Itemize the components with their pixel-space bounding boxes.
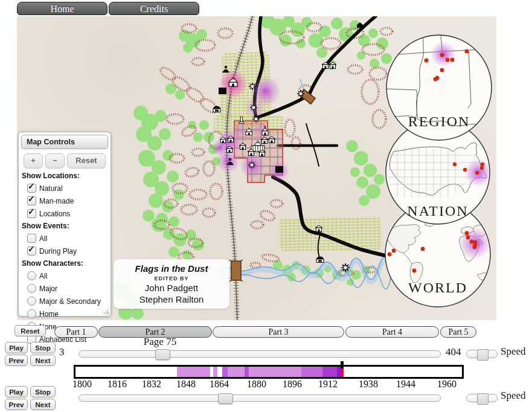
event-star-icon [297, 90, 304, 97]
dome-building-icon [316, 257, 324, 263]
radio-icon[interactable] [27, 284, 36, 293]
zoom-in-button[interactable]: + [24, 153, 43, 169]
year-tick: 1816 [107, 379, 127, 390]
radio-major[interactable]: Major [27, 284, 111, 293]
timeline-event-segment [301, 367, 322, 377]
year-tick: 1960 [437, 379, 457, 390]
zoom-out-button[interactable]: − [45, 153, 65, 169]
checkbox-label: Locations [39, 210, 70, 218]
tab-credits[interactable]: Credits [109, 2, 199, 15]
timeline-event-segment [177, 367, 210, 377]
stop-button-2[interactable]: Stop [30, 386, 56, 398]
map-title-box: Flags in the Dust EDITED BY John Padgett… [114, 259, 229, 309]
year-slider[interactable] [79, 394, 441, 402]
tab-part-1[interactable]: Part 1 [54, 326, 98, 338]
event-star-icon [249, 83, 256, 90]
radio-home[interactable]: Home [27, 309, 111, 318]
speed-label-2: Speed [501, 390, 526, 402]
tab-part-5[interactable]: Part 5 [440, 326, 476, 338]
radio-label: Home [39, 310, 59, 318]
checkbox-during-play[interactable]: During Play [27, 246, 111, 256]
radio-icon[interactable] [27, 297, 36, 306]
timeline-event-segment [249, 367, 301, 377]
checkbox-icon[interactable] [27, 196, 36, 205]
checkbox-icon[interactable] [27, 209, 36, 218]
next-button-1[interactable]: Next [30, 355, 56, 366]
page-slider-thumb[interactable] [155, 349, 170, 360]
bank-icon [213, 106, 220, 112]
checkbox-natural[interactable]: Natural [27, 184, 111, 193]
speed-slider-1-thumb[interactable] [477, 349, 489, 361]
year-tick: 1848 [176, 379, 196, 390]
timeline-year-axis: 1800 1816 1832 1848 1864 1880 1896 1912 … [74, 379, 464, 390]
checkbox-label: Natural [39, 184, 63, 193]
inset-nation-label: NATION [407, 203, 468, 219]
year-tick: 1880 [247, 379, 266, 390]
checkbox-label: All [39, 234, 47, 243]
railroad-bridge [229, 260, 243, 282]
inset-world-label: WORLD [408, 280, 467, 295]
map-controls-header[interactable]: Map Controls [21, 135, 108, 149]
text-editor: Stephen Railton [114, 294, 229, 304]
timeline-event-segment [322, 367, 337, 377]
speed-slider-1[interactable] [466, 350, 498, 358]
timeline-bar[interactable] [74, 365, 464, 379]
year-tick: 1896 [283, 379, 302, 390]
inset-region[interactable]: REGION [385, 30, 496, 140]
event-star-icon [252, 115, 260, 123]
section-show-locations: Show Locations: [22, 172, 111, 180]
year-tick: 1944 [396, 379, 415, 390]
next-button-2[interactable]: Next [30, 399, 56, 410]
page-indicator: Page 75 [118, 336, 202, 348]
speed-label-1: Speed [501, 346, 526, 358]
speed-slider-2[interactable] [466, 394, 498, 402]
map-controls-panel: Map Controls + − Reset Show Locations: N… [18, 132, 111, 317]
year-tick: 1864 [210, 379, 229, 390]
stop-button-1[interactable]: Stop [30, 342, 56, 353]
year-tick: 1912 [318, 379, 338, 390]
radio-major-secondary[interactable]: Major & Secondary [27, 297, 111, 306]
radio-icon[interactable] [27, 271, 36, 280]
radio-all-characters[interactable]: All [27, 271, 111, 280]
checkbox-icon[interactable] [27, 184, 36, 193]
radio-icon[interactable] [27, 309, 36, 318]
tab-home[interactable]: Home [17, 2, 107, 15]
page-min-label: 3 [59, 346, 65, 358]
timeline-event-segment [213, 367, 217, 377]
radio-label: All [39, 272, 47, 280]
play-button-2[interactable]: Play [5, 386, 28, 398]
page-slider[interactable] [79, 350, 441, 358]
radio-label: Major & Secondary [39, 297, 101, 306]
map-reset-button[interactable]: Reset [67, 153, 106, 169]
road-bridge [300, 89, 315, 104]
timeline-current-tick[interactable] [341, 361, 344, 369]
timeline-event-segment [228, 367, 245, 377]
prev-button-1[interactable]: Prev [5, 355, 28, 366]
tab-part-3[interactable]: Part 3 [213, 326, 344, 338]
checkbox-man-made[interactable]: Man-made [27, 196, 111, 205]
text-title: Flags in the Dust [114, 263, 229, 274]
checkbox-all-events[interactable]: All [27, 234, 111, 243]
page-max-label: 404 [446, 346, 461, 358]
checkbox-icon[interactable] [27, 246, 36, 256]
checkbox-icon[interactable] [27, 234, 36, 243]
timeline-event-segment [245, 367, 249, 377]
inset-region-label: REGION [408, 114, 470, 129]
checkbox-label: During Play [39, 247, 77, 256]
prev-button-2[interactable]: Prev [5, 399, 28, 410]
black-building-icon [275, 166, 283, 173]
timeline-reset-button[interactable]: Reset [14, 325, 46, 336]
event-star-icon [250, 104, 257, 111]
play-button-1[interactable]: Play [5, 342, 28, 353]
text-editor: John Padgett [114, 283, 229, 293]
app-window: Home Credits [0, 0, 532, 412]
speed-slider-2-thumb[interactable] [477, 393, 489, 405]
text-edited-by: EDITED BY [114, 275, 229, 282]
year-tick: 1800 [72, 379, 92, 390]
section-show-events: Show Events: [22, 222, 111, 230]
section-show-characters: Show Characters: [22, 259, 111, 268]
checkbox-locations[interactable]: Locations [27, 209, 111, 218]
year-slider-thumb[interactable] [218, 393, 233, 404]
event-star-icon [341, 263, 350, 272]
tab-part-4[interactable]: Part 4 [345, 326, 439, 338]
